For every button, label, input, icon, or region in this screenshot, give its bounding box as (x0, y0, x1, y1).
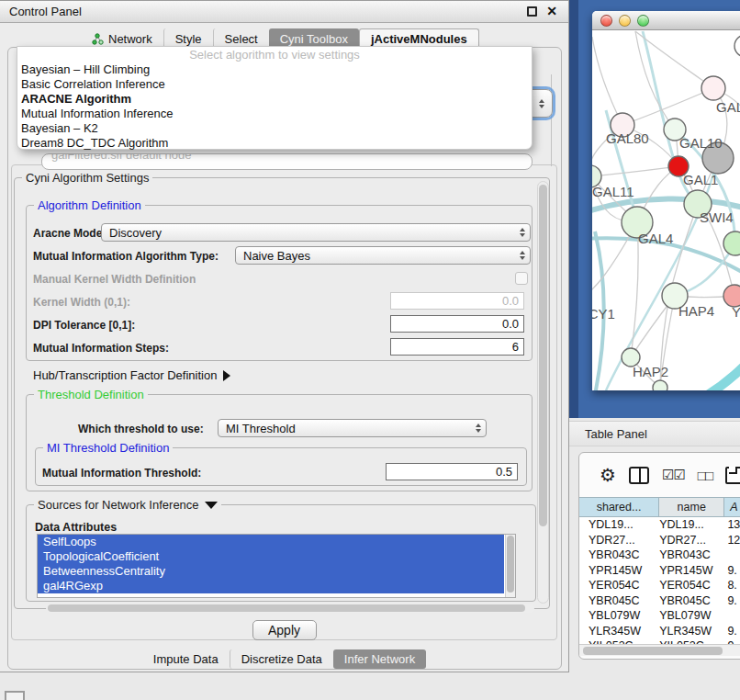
column-header-name[interactable]: name (659, 498, 724, 516)
inference-group-border (551, 74, 552, 166)
table-row[interactable]: YBR043CYBR043C (579, 548, 740, 563)
sources-expander[interactable]: Sources for Network Inference (34, 498, 221, 512)
attribute-item[interactable]: BetweennessCentrality (38, 564, 504, 579)
algorithm-option[interactable]: Bayesian – Hill Climbing (17, 62, 532, 77)
algorithm-dropdown-popup: Select algorithm to view settings Bayesi… (17, 46, 533, 150)
manual-kernel-label: Manual Kernel Width Definition (33, 273, 196, 286)
attribute-item[interactable]: TopologicalCoefficient (38, 549, 504, 564)
mi-threshold-input[interactable]: 0.5 (386, 463, 518, 480)
scrollbar-thumb[interactable] (48, 604, 525, 612)
scrollbar-thumb[interactable] (507, 536, 514, 593)
table-cell: YBR043C (579, 548, 659, 561)
network-node-label: HAP2 (633, 364, 668, 379)
table-panel-titlebar[interactable]: Table Panel (569, 421, 740, 446)
hub-definition-expander[interactable]: Hub/Transcription Factor Definition (33, 368, 230, 382)
network-node-label: GAL11 (592, 184, 634, 199)
algorithm-option[interactable]: Bayesian – K2 (17, 121, 532, 136)
table-row[interactable]: YBR045CYBR045C9. (579, 593, 740, 609)
table-cell: 9. (724, 564, 740, 577)
tab-label: jActiveMNodules (371, 32, 467, 46)
which-threshold-label: Which threshold to use: (78, 423, 204, 435)
algorithm-combo-button[interactable] (530, 89, 553, 118)
table-row[interactable]: YDL19...YDL19...13 (579, 517, 740, 533)
close-traffic-icon[interactable] (600, 15, 612, 27)
table-cell: 9. (724, 594, 740, 607)
network-node-label: GAL80 (606, 130, 649, 146)
apply-button[interactable]: Apply (252, 620, 317, 640)
column-header-shared[interactable]: shared... (579, 498, 659, 516)
table-cell: YLR345W (579, 625, 659, 638)
scrollbar-thumb[interactable] (583, 647, 723, 655)
zoom-traffic-icon[interactable] (637, 15, 649, 27)
network-node[interactable] (734, 35, 740, 57)
group-title: Algorithm Definition (34, 198, 145, 212)
which-threshold-combo[interactable]: MI Threshold (218, 419, 487, 437)
hub-definition-label: Hub/Transcription Factor Definition (33, 368, 217, 382)
table-panel-title: Table Panel (585, 427, 647, 441)
mi-steps-input[interactable]: 6 (390, 338, 524, 356)
close-icon[interactable]: ✕ (546, 4, 557, 18)
table-cell: YER054C (579, 579, 659, 592)
float-window-icon[interactable] (527, 6, 537, 17)
attribute-item[interactable]: SelfLoops (38, 535, 504, 549)
bottom-tab-strip: Impute Data Discretize Data Infer Networ… (0, 649, 568, 669)
minimize-traffic-icon[interactable] (619, 15, 631, 27)
combo-value: Naive Bayes (243, 249, 310, 263)
attribute-item[interactable]: gal4RGexp (38, 579, 504, 593)
table-panel-card: ⚙ ☑☑ □□ shared... name A YDL19...YDL19..… (578, 452, 740, 660)
network-window-titlebar[interactable] (592, 11, 740, 30)
table-horizontal-scrollbar[interactable] (579, 644, 740, 656)
table-row[interactable]: YPR145WYPR145W9. (579, 563, 740, 579)
control-panel-titlebar[interactable]: Control Panel ✕ (0, 1, 568, 23)
network-node[interactable] (701, 76, 725, 100)
table-cell: YDL19... (579, 518, 659, 531)
table-cell: YDR27... (579, 534, 659, 547)
splitpane-divider[interactable] (569, 0, 578, 418)
dpi-tolerance-input[interactable]: 0.0 (390, 315, 524, 333)
algorithm-option[interactable]: ARACNE Algorithm (17, 92, 532, 107)
table-body: YDL19...YDL19...13YDR27...YDR27...12YBR0… (579, 517, 740, 644)
control-panel-title: Control Panel (9, 5, 82, 18)
scrollbar-thumb[interactable] (539, 185, 547, 526)
table-row[interactable]: YER054CYER054C8. (579, 578, 740, 593)
network-node-label: GAL1 (683, 172, 718, 187)
table-cell: YDL19... (659, 518, 724, 531)
settings-horizontal-scrollbar[interactable] (46, 604, 534, 613)
table-row[interactable]: YDR27...YDR27...12 (579, 533, 740, 548)
network-data-field[interactable]: galFiltered.sif default node (41, 153, 533, 170)
screen: Control Panel ✕ Network Style Select (0, 0, 740, 700)
combo-value: MI Threshold (226, 422, 296, 435)
kernel-width-input[interactable]: 0.0 (390, 292, 524, 310)
column-header-partial[interactable]: A (724, 498, 740, 516)
group-title: Cyni Algorithm Settings (22, 171, 152, 185)
tab-discretize-data[interactable]: Discretize Data (230, 649, 333, 669)
network-svg[interactable]: GALGAL80GAL10GAL1GAL11SWI4GAL4GCY1HAP4YH… (592, 30, 740, 390)
tab-infer-network[interactable]: Infer Network (333, 649, 426, 669)
network-edge (698, 342, 740, 390)
network-node[interactable] (653, 380, 667, 390)
unchecked-boxes-icon[interactable]: □□ (698, 468, 712, 483)
data-attributes-label: Data Attributes (35, 521, 117, 534)
tab-impute-data[interactable]: Impute Data (142, 649, 230, 669)
mi-type-combo[interactable]: Naive Bayes (235, 246, 531, 265)
algorithm-option[interactable]: Mutual Information Inference (17, 107, 532, 121)
settings-vertical-scrollbar[interactable] (537, 181, 549, 604)
manual-kernel-checkbox[interactable] (515, 272, 528, 285)
attributes-scrollbar[interactable] (505, 535, 515, 597)
algorithm-option[interactable]: Dream8 DC_TDC Algorithm (17, 136, 532, 151)
algorithm-option[interactable]: Basic Correlation Inference (17, 77, 532, 92)
data-attributes-list[interactable]: SelfLoopsTopologicalCoefficientBetweenne… (37, 534, 516, 598)
expand-right-icon (223, 370, 230, 381)
table-row[interactable]: YLR345WYLR345W9. (579, 624, 740, 639)
network-node[interactable] (723, 231, 740, 255)
checked-boxes-icon[interactable]: ☑☑ (662, 467, 685, 483)
combo-value: Discovery (109, 226, 162, 240)
table-row[interactable]: YBL079WYBL079W (579, 608, 740, 624)
aracne-mode-combo[interactable]: Discovery (101, 223, 531, 242)
network-data-value: galFiltered.sif default node (51, 153, 191, 162)
gear-icon[interactable]: ⚙ (600, 466, 616, 484)
dpi-tolerance-label: DPI Tolerance [0,1]: (33, 319, 135, 332)
minimized-panel-icon[interactable] (5, 691, 25, 700)
table-partial-icon[interactable] (725, 467, 740, 484)
column-split-icon[interactable] (629, 467, 649, 484)
